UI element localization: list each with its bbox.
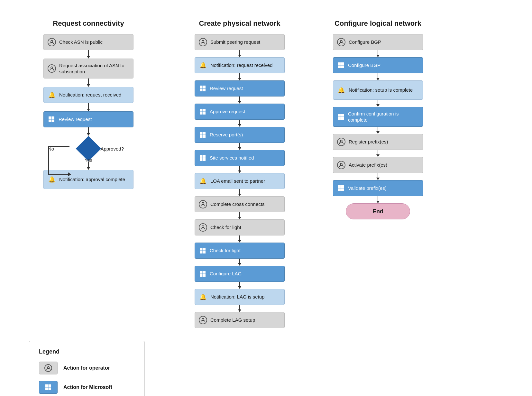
windows-icon bbox=[199, 85, 206, 92]
operator-icon bbox=[48, 64, 56, 73]
no-feedback-line bbox=[48, 146, 49, 174]
arrow bbox=[376, 173, 380, 180]
no-feedback-arrow-head bbox=[68, 172, 71, 176]
svg-rect-4 bbox=[49, 120, 51, 123]
arrow bbox=[87, 127, 90, 136]
arrow bbox=[87, 103, 90, 111]
svg-rect-38 bbox=[341, 66, 344, 69]
node-check-light-ms: Check for light bbox=[195, 243, 285, 259]
node-label: Configure BGP bbox=[348, 62, 419, 69]
node-label: Configure LAG bbox=[210, 271, 280, 277]
windows-icon bbox=[48, 115, 55, 123]
operator-icon bbox=[199, 38, 207, 46]
no-feedback-horiz bbox=[48, 146, 69, 147]
node-label: Complete cross connects bbox=[210, 201, 280, 207]
windows-icon bbox=[337, 184, 345, 192]
node-label: End bbox=[372, 208, 383, 215]
svg-point-34 bbox=[340, 41, 342, 42]
svg-point-33 bbox=[202, 318, 204, 320]
node-notif-request: 🔔 Notification: request received bbox=[43, 87, 133, 103]
bell-icon: 🔔 bbox=[337, 86, 345, 94]
windows-icon bbox=[337, 113, 345, 121]
windows-icon bbox=[199, 131, 206, 139]
windows-icon bbox=[199, 154, 206, 162]
diamond-label: Approved? bbox=[100, 146, 124, 152]
node-label: Review request bbox=[210, 85, 280, 92]
arrow bbox=[238, 305, 241, 312]
bell-icon: 🔔 bbox=[199, 61, 207, 69]
node-label: Complete LAG setup bbox=[210, 317, 280, 323]
svg-rect-3 bbox=[52, 116, 55, 119]
svg-rect-7 bbox=[200, 86, 203, 88]
node-register-prefix: Register prefix(es) bbox=[333, 134, 423, 150]
no-feedback-top bbox=[48, 174, 69, 175]
node-configure-bgp-ms: Configure BGP bbox=[333, 57, 423, 73]
node-label: Site services notified bbox=[210, 155, 280, 161]
node-label: Notification: LAG is setup bbox=[210, 294, 280, 300]
windows-icon bbox=[199, 270, 206, 278]
svg-rect-5 bbox=[52, 120, 55, 123]
legend-item-operator: Action for operator bbox=[39, 362, 135, 374]
svg-rect-32 bbox=[203, 274, 206, 277]
svg-rect-35 bbox=[338, 62, 341, 65]
svg-rect-8 bbox=[203, 86, 206, 88]
arrow bbox=[238, 73, 241, 80]
svg-point-44 bbox=[340, 163, 342, 165]
node-end: End bbox=[346, 203, 410, 219]
node-check-asn: Check ASN is public bbox=[43, 34, 133, 50]
node-label: Request association of ASN to subscripti… bbox=[59, 62, 129, 75]
node-activate-prefix: Activate prefix(es) bbox=[333, 157, 423, 173]
node-cross-connects: Complete cross connects bbox=[195, 196, 285, 212]
svg-rect-25 bbox=[200, 248, 203, 251]
svg-rect-50 bbox=[45, 384, 48, 387]
legend-item-microsoft: Action for Microsoft bbox=[39, 381, 135, 394]
svg-rect-28 bbox=[203, 251, 206, 254]
svg-rect-9 bbox=[200, 89, 203, 92]
svg-rect-15 bbox=[200, 132, 203, 135]
bell-icon: 🔔 bbox=[199, 177, 207, 185]
svg-rect-31 bbox=[200, 274, 203, 277]
node-label: Notification: request received bbox=[59, 92, 129, 98]
svg-rect-18 bbox=[203, 135, 206, 138]
svg-rect-30 bbox=[203, 271, 206, 274]
svg-point-1 bbox=[51, 67, 53, 69]
arrow bbox=[238, 166, 241, 173]
operator-icon bbox=[337, 161, 345, 169]
arrow bbox=[376, 100, 380, 107]
operator-icon bbox=[199, 316, 207, 324]
operator-icon bbox=[337, 38, 345, 46]
node-check-light-op: Check for light bbox=[195, 219, 285, 235]
node-site-services: Site services notified bbox=[195, 150, 285, 166]
bell-icon: 🔔 bbox=[48, 175, 56, 184]
arrow bbox=[376, 150, 380, 157]
legend-node-microsoft bbox=[39, 381, 58, 394]
arrow bbox=[376, 73, 380, 80]
bell-icon: 🔔 bbox=[199, 293, 207, 301]
node-approve-req: Approve request bbox=[195, 104, 285, 120]
svg-point-43 bbox=[340, 140, 342, 142]
svg-rect-26 bbox=[203, 248, 206, 251]
node-reserve-ports: Reserve port(s) bbox=[195, 127, 285, 143]
svg-rect-53 bbox=[49, 388, 51, 391]
svg-point-49 bbox=[47, 366, 49, 368]
node-label: Notification: setup is complete bbox=[349, 87, 419, 93]
operator-icon bbox=[48, 38, 56, 46]
svg-rect-27 bbox=[200, 251, 203, 254]
svg-rect-13 bbox=[200, 112, 203, 115]
svg-rect-48 bbox=[341, 189, 344, 191]
node-label: Notification: approval complete bbox=[59, 176, 129, 183]
node-label: Check for light bbox=[210, 247, 280, 254]
node-label: Approve request bbox=[210, 108, 280, 115]
node-review-req2: Review request bbox=[195, 80, 285, 97]
node-label: Notification: request received bbox=[210, 62, 280, 69]
page-wrapper: Request connectivity Check ASN is public bbox=[13, 10, 532, 396]
node-review-request: Review request bbox=[43, 111, 133, 127]
column-request: Request connectivity Check ASN is public bbox=[29, 19, 148, 189]
node-label: Submit peering request bbox=[210, 39, 280, 45]
svg-rect-21 bbox=[200, 158, 203, 161]
arrow bbox=[238, 143, 241, 150]
svg-rect-12 bbox=[203, 109, 206, 112]
node-notif-approval: 🔔 Notification: approval complete bbox=[43, 170, 133, 189]
node-label: Configure BGP bbox=[349, 39, 419, 45]
node-notif-setup: 🔔 Notification: setup is complete bbox=[333, 80, 423, 100]
